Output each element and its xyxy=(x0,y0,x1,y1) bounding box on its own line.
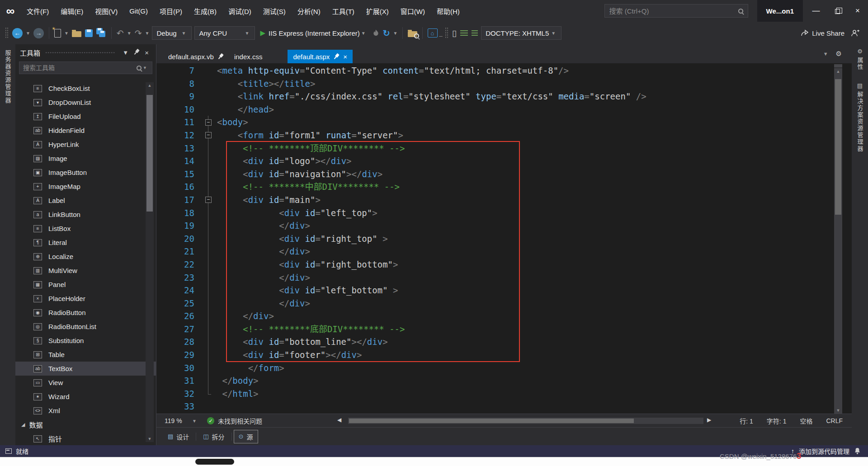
toolbox-item-imagebutton[interactable]: ▣ImageButton xyxy=(15,165,156,179)
menu-item-窗口(W)[interactable]: 窗口(W) xyxy=(395,0,431,22)
toolbox-item-wizard[interactable]: ✶Wizard xyxy=(15,390,156,404)
fold-collapse-icon[interactable]: − xyxy=(205,132,212,138)
properties-tab[interactable]: ⚙ 属性 xyxy=(856,48,864,71)
view-设计[interactable]: ▤设计 xyxy=(163,430,194,443)
active-files-caret[interactable]: ▼ xyxy=(822,51,830,56)
taskbar-item[interactable] xyxy=(195,459,234,465)
toolbox-item-hyperlink[interactable]: AHyperLink xyxy=(15,137,156,151)
toolbox-item-指针[interactable]: ↖指针 xyxy=(15,432,156,445)
toolbox-item-label[interactable]: ALabel xyxy=(15,193,156,207)
code-line-14[interactable]: 14 <div id="logo"></div> xyxy=(156,155,852,168)
code-line-32[interactable]: 32 </html> xyxy=(156,387,852,400)
add-to-source-control-button[interactable]: 添加到源代码管理 xyxy=(799,447,849,456)
close-button[interactable]: × xyxy=(847,0,868,22)
scrollbar-thumb[interactable] xyxy=(146,95,153,212)
toolbox-item-placeholder[interactable]: ×PlaceHolder xyxy=(15,292,156,306)
minimize-button[interactable]: — xyxy=(806,0,826,22)
code-line-33[interactable]: 33 xyxy=(156,400,852,413)
view-拆分[interactable]: ◫拆分 xyxy=(198,430,229,443)
editor-vertical-scrollbar[interactable]: ▲ ▼ xyxy=(834,68,842,414)
navigate-forward-button[interactable]: → xyxy=(32,25,46,41)
undo-dropdown-caret[interactable]: ▼ xyxy=(126,31,133,36)
tab-index.css[interactable]: index.css xyxy=(229,50,268,63)
solution-configuration-dropdown[interactable]: Debug▼ xyxy=(152,26,192,40)
pin-icon[interactable] xyxy=(217,52,225,61)
toolbox-item-image[interactable]: ▨Image xyxy=(15,151,156,165)
toolbox-item-panel[interactable]: ▦Panel xyxy=(15,278,156,292)
pin-icon[interactable] xyxy=(131,49,142,56)
code-editor[interactable]: 7<meta http-equiv="Content-Type" content… xyxy=(156,63,852,414)
editor-gear-icon[interactable]: ⚙ xyxy=(836,50,842,58)
fold-collapse-icon[interactable]: − xyxy=(205,197,212,203)
toolbox-options-caret[interactable]: ▼ xyxy=(120,49,131,56)
scroll-down-icon[interactable]: ▼ xyxy=(146,437,154,441)
close-icon[interactable]: × xyxy=(142,49,151,56)
format-selection-button[interactable] xyxy=(470,25,480,41)
restore-button[interactable] xyxy=(826,0,847,22)
scrollbar-thumb[interactable] xyxy=(835,79,841,215)
code-line-16[interactable]: 16 <!-- *******中部DIV******** --> xyxy=(156,180,852,193)
code-line-15[interactable]: 15 <div id="navigation"></div> xyxy=(156,168,852,181)
back-dropdown-caret[interactable]: ▼ xyxy=(24,31,32,36)
account-button[interactable] xyxy=(849,25,862,41)
spaces-indicator[interactable]: 空格 xyxy=(800,416,812,425)
redo-button[interactable]: ↷ xyxy=(133,25,144,41)
doctype-dropdown[interactable]: DOCTYPE: XHTML5▼ xyxy=(481,26,561,40)
code-line-28[interactable]: 28 <div id="bottom_line"></div> xyxy=(156,335,852,348)
toolbar-grip[interactable] xyxy=(5,27,8,39)
toolbar-grip[interactable] xyxy=(445,27,448,39)
toolbox-item-xml[interactable]: <>Xml xyxy=(15,404,156,418)
menu-item-项目(P)[interactable]: 项目(P) xyxy=(154,0,188,22)
code-line-22[interactable]: 22 <div id="right_bottom"> xyxy=(156,258,852,271)
toolbox-item-fileupload[interactable]: ↥FileUpload xyxy=(15,109,156,123)
fold-collapse-icon[interactable]: − xyxy=(205,119,212,126)
toolbox-scrollbar[interactable]: ▲ ▼ xyxy=(146,82,154,442)
toolbox-item-imagemap[interactable]: +ImageMap xyxy=(15,179,156,193)
code-line-26[interactable]: 26 </div> xyxy=(156,310,852,323)
search-options-caret[interactable]: ▼ xyxy=(142,66,148,70)
menu-item-编辑(E)[interactable]: 编辑(E) xyxy=(55,0,89,22)
redo-dropdown-caret[interactable]: ▼ xyxy=(144,31,151,36)
toolbox-item-table[interactable]: ⊞Table xyxy=(15,348,156,362)
toolbox-search-input[interactable] xyxy=(23,64,137,71)
scroll-down-icon[interactable]: ▼ xyxy=(834,408,842,413)
new-project-button[interactable] xyxy=(52,25,63,41)
toolbox-item-linkbutton[interactable]: aLinkButton xyxy=(15,207,156,221)
column-indicator[interactable]: 字符: 1 xyxy=(767,416,787,425)
menu-item-测试(S)[interactable]: 测试(S) xyxy=(257,0,292,22)
menu-item-生成(B)[interactable]: 生成(B) xyxy=(188,0,222,22)
code-line-23[interactable]: 23 </div> xyxy=(156,271,852,284)
solution-platform-dropdown[interactable]: Any CPU▼ xyxy=(194,26,255,40)
code-line-11[interactable]: 11−<body> xyxy=(156,116,852,129)
code-line-17[interactable]: 17− <div id="main"> xyxy=(156,193,852,207)
toolbox-item-listbox[interactable]: ≡ListBox xyxy=(15,221,156,235)
scroll-up-icon[interactable]: ▲ xyxy=(834,69,842,74)
editor-splitter-handle[interactable] xyxy=(834,64,842,68)
code-line-21[interactable]: 21 </div> xyxy=(156,245,852,258)
undo-button[interactable]: ↶ xyxy=(115,25,126,41)
menu-item-分析(N)[interactable]: 分析(N) xyxy=(292,0,326,22)
solution-name-button[interactable]: We...on1 xyxy=(757,0,803,22)
hot-reload-button[interactable] xyxy=(371,25,381,41)
refresh-button[interactable]: ↻ xyxy=(381,25,392,41)
new-dropdown-caret[interactable]: ▼ xyxy=(63,31,70,36)
code-line-10[interactable]: 10 </head> xyxy=(156,103,852,116)
toolbox-item-localize[interactable]: ⊕Localize xyxy=(15,249,156,264)
document-health[interactable]: ✓ 未找到相关问题 xyxy=(207,416,262,426)
toolbox-search-box[interactable]: ▼ xyxy=(19,61,152,74)
menu-item-视图(V)[interactable]: 视图(V) xyxy=(89,0,123,22)
group-expander-icon[interactable]: ◢ xyxy=(21,422,25,428)
toolbox-drag-grip[interactable] xyxy=(45,52,115,54)
hscroll-left-icon[interactable]: ◀ xyxy=(337,417,341,423)
code-line-31[interactable]: 31 </body> xyxy=(156,374,852,387)
code-line-20[interactable]: 20 <div id="right_top" > xyxy=(156,232,852,245)
search-input[interactable] xyxy=(609,7,738,15)
horizontal-scrollbar[interactable] xyxy=(348,418,703,424)
tab-default.aspx.vb[interactable]: default.aspx.vb xyxy=(163,50,229,63)
toolbox-item-substitution[interactable]: §Substitution xyxy=(15,334,156,348)
browse-with-button[interactable]: ⌂ xyxy=(426,25,439,41)
code-line-8[interactable]: 8 <title></title> xyxy=(156,77,852,90)
pin-icon[interactable] xyxy=(332,52,340,61)
refresh-dropdown-caret[interactable]: ▼ xyxy=(392,31,399,36)
code-line-19[interactable]: 19 </div> xyxy=(156,219,852,232)
